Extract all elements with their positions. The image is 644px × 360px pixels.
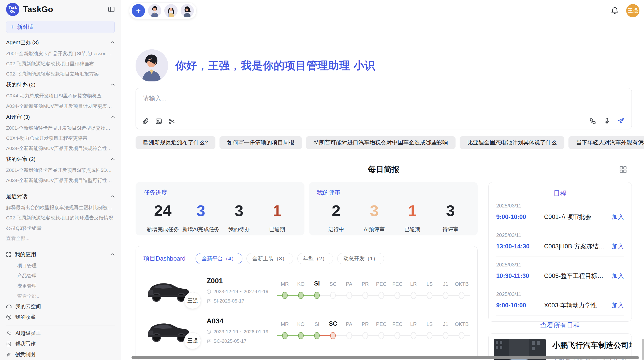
- image-icon[interactable]: [155, 118, 162, 125]
- daily-briefing-header: 每日简报: [136, 163, 632, 176]
- write-icon: [6, 341, 11, 347]
- chevron-up-icon[interactable]: [111, 195, 115, 198]
- list-item[interactable]: C0X4-动力总成开发项目工程变更评审: [6, 133, 115, 143]
- sidebar-header: Task Go TaskGo: [6, 0, 115, 19]
- list-item[interactable]: C02-飞腾新能源轻客改款项目立项汇报方案: [6, 69, 115, 79]
- filter-new-platform[interactable]: 全新平台（4）: [196, 253, 242, 264]
- list-item[interactable]: C02-飞腾新能源轻客改款项目的闭环通告反馈情况: [6, 213, 115, 223]
- add-agent-button[interactable]: +: [132, 4, 145, 17]
- current-milestone-label: SI: [309, 280, 325, 287]
- section-recent-chats[interactable]: 最近对话: [6, 191, 115, 202]
- filter-powertrain[interactable]: 动总开发（1）: [337, 253, 384, 264]
- agent-avatar-1[interactable]: [148, 4, 161, 17]
- suggestion-chip[interactable]: 特朗普可能对进口汽车增税会对中国车企造成哪些影响: [306, 136, 456, 149]
- chevron-up-icon[interactable]: [111, 116, 115, 118]
- sidebar-item-cloud-space[interactable]: 我的云空间: [6, 301, 115, 312]
- list-item[interactable]: C02-飞腾新能源轻客改款项目里程碑画布: [6, 58, 115, 69]
- section-my-review[interactable]: 我的评审 (2): [6, 153, 115, 165]
- suggestion-chip[interactable]: 当下年轻人对汽车外观有怎样的喜好趋势: [568, 136, 644, 149]
- agent-avatar-2[interactable]: [164, 4, 178, 17]
- list-item[interactable]: C0X4-动力总成开发项目SI里程碑提交物检查: [6, 91, 115, 101]
- section-my-apps[interactable]: 我的应用: [6, 249, 115, 260]
- dashboard-title: 项目Dashboard: [143, 254, 185, 263]
- chevron-up-icon[interactable]: [111, 83, 115, 86]
- new-chat-button[interactable]: + 新对话: [6, 21, 115, 33]
- join-link[interactable]: 加入: [612, 213, 624, 221]
- project-info: Z001 2023-12-19 ~ 2027-01-19 SI-2025-05-…: [207, 277, 275, 304]
- stat: 3 我的待办: [220, 200, 258, 233]
- sidebar-item-product-mgmt[interactable]: 产品管理: [6, 271, 115, 281]
- agent-avatar-3[interactable]: [181, 4, 194, 17]
- join-link[interactable]: 加入: [612, 301, 624, 309]
- filter-year-model[interactable]: 年型（2）: [297, 253, 333, 264]
- project-dates: 2023-12-19 ~ 2027-01-19: [213, 289, 268, 294]
- section-agent-done[interactable]: Agent已办 (3): [6, 37, 115, 48]
- schedule-card: 日程 2025/03/11 9:00-10:00 C001-立项审批会 加入 2…: [488, 182, 632, 322]
- list-item[interactable]: A034-全新新能源MUV产品开发项目计划变更表编写: [6, 101, 115, 111]
- milestone-track: MR KO SI SC PA PR PEC FEC LR LS J1 OKTB: [277, 280, 470, 301]
- filter-new-top[interactable]: 全新上装（3）: [246, 253, 293, 264]
- user-avatar[interactable]: 王强: [626, 4, 639, 17]
- project-dashboard-card: 项目Dashboard 全新平台（4） 全新上装（3） 年型（2） 动总开发（1…: [136, 246, 478, 360]
- project-dates: 2023-12-19 ~ 2026-01-19: [213, 329, 268, 335]
- sidebar-item-project-mgmt[interactable]: 项目管理: [6, 260, 115, 271]
- join-link[interactable]: 加入: [612, 272, 624, 280]
- scissors-icon[interactable]: [168, 118, 175, 125]
- suggestion-chip[interactable]: 如何写一份清晰的项目周报: [219, 136, 302, 149]
- list-item[interactable]: Z001-全新燃油轻卡产品开发项目SI节点属性5D文件评审: [6, 165, 115, 175]
- news-title: 小鹏飞行汽车制造公司增资: [552, 340, 626, 351]
- list-item[interactable]: 解释最新出台的欧盟报废车法规再生塑料比例被调至15%...: [6, 202, 115, 213]
- card-label: 我的评审: [317, 189, 470, 197]
- view-all-apps[interactable]: 查看全部..: [6, 291, 115, 301]
- horizontal-scrollbar[interactable]: [131, 356, 639, 359]
- project-image: 王强: [143, 276, 193, 304]
- sidebar-item-ai-super-staff[interactable]: AI超级员工: [6, 328, 115, 339]
- list-item[interactable]: A034-全新新能源MUV产品开发项目造型可行性评审: [6, 175, 115, 185]
- send-icon[interactable]: [617, 117, 625, 125]
- right-column: 日程 2025/03/11 9:00-10:00 C001-立项审批会 加入 2…: [488, 182, 632, 360]
- project-row[interactable]: 王强 Z001 2023-12-19 ~ 2027-01-19 SI-2025-…: [143, 276, 470, 304]
- suggestion-chip[interactable]: 比亚迪全固态电池计划具体说了什么: [460, 136, 564, 149]
- stat: 3 新增AI完成任务: [182, 200, 220, 233]
- assistant-avatar: [136, 49, 168, 82]
- notification-bell-icon[interactable]: [611, 7, 619, 15]
- sidebar-item-favorites[interactable]: 我的收藏: [6, 312, 115, 323]
- section-ai-review[interactable]: AI评审 (3): [6, 111, 115, 123]
- section-my-todo[interactable]: 我的待办 (2): [6, 79, 115, 91]
- sidebar-item-help-me-write[interactable]: 帮我写作: [6, 339, 115, 349]
- project-owner-badge: 王强: [184, 332, 201, 349]
- app-logo: Task Go: [6, 3, 19, 16]
- apps-grid-icon: [6, 252, 11, 257]
- sidebar-item-change-mgmt[interactable]: 变更管理: [6, 281, 115, 291]
- chevron-up-icon[interactable]: [111, 253, 115, 256]
- dashboard-filters: 全新平台（4） 全新上装（3） 年型（2） 动总开发（1）: [196, 253, 384, 264]
- input-placeholder: 请输入...: [143, 94, 624, 102]
- clock-icon: [207, 329, 211, 334]
- list-item[interactable]: A034-全新新能源MUV产品开发项目法规符合性评审: [6, 143, 115, 153]
- view-all-schedule-link[interactable]: 查看所有日程: [496, 321, 624, 330]
- list-item[interactable]: 公司Q3轻卡销量: [6, 223, 115, 233]
- vertical-scrollbar[interactable]: [642, 339, 644, 360]
- chat-input[interactable]: 请输入...: [136, 88, 632, 129]
- project-image: 王强: [143, 317, 193, 344]
- project-row[interactable]: 王强 A034 2023-12-19 ~ 2026-01-19 SC-2025-…: [143, 317, 470, 344]
- microphone-icon[interactable]: [604, 117, 610, 125]
- main-area: + 王强 你好，王强，我是你的项目管理助理 小识 请输入...: [121, 0, 644, 360]
- list-item[interactable]: Z001-全新燃油皮卡产品开发项目SI节点Lesson Learn报告: [6, 48, 115, 58]
- chevron-up-icon[interactable]: [111, 41, 115, 44]
- join-link[interactable]: 加入: [612, 242, 624, 250]
- suggestion-chip[interactable]: 欧洲新规最近颁布了什么?: [136, 136, 215, 149]
- star-icon: [6, 314, 11, 320]
- stat-cards: 任务进度 24 新增完成任务 3 新增AI完成任务 3 我的待办: [136, 182, 478, 235]
- sidebar-item-creative-drawing[interactable]: 创意制图: [6, 349, 115, 360]
- schedule-title: 日程: [496, 189, 624, 198]
- chevron-up-icon[interactable]: [111, 158, 115, 160]
- phone-icon[interactable]: [589, 117, 596, 125]
- view-all-chats[interactable]: 查看全部...: [6, 233, 115, 243]
- suggestion-chips: 欧洲新规最近颁布了什么? 如何写一份清晰的项目周报 特朗普可能对进口汽车增税会对…: [136, 136, 632, 149]
- attachment-icon[interactable]: [142, 118, 149, 125]
- sidebar-list: Agent已办 (3) Z001-全新燃油皮卡产品开发项目SI节点Lesson …: [6, 37, 115, 360]
- list-item[interactable]: Z001-全新燃油轻卡产品开发项目SI造型提交物评审: [6, 123, 115, 133]
- collapse-sidebar-icon[interactable]: [108, 6, 115, 12]
- layout-grid-icon[interactable]: [619, 166, 627, 174]
